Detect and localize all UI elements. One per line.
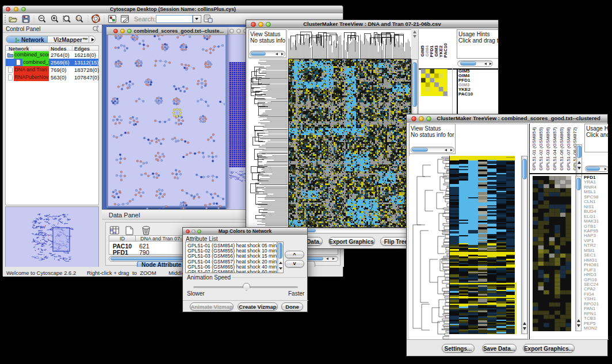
- svg-text:1:1: 1:1: [77, 17, 81, 20]
